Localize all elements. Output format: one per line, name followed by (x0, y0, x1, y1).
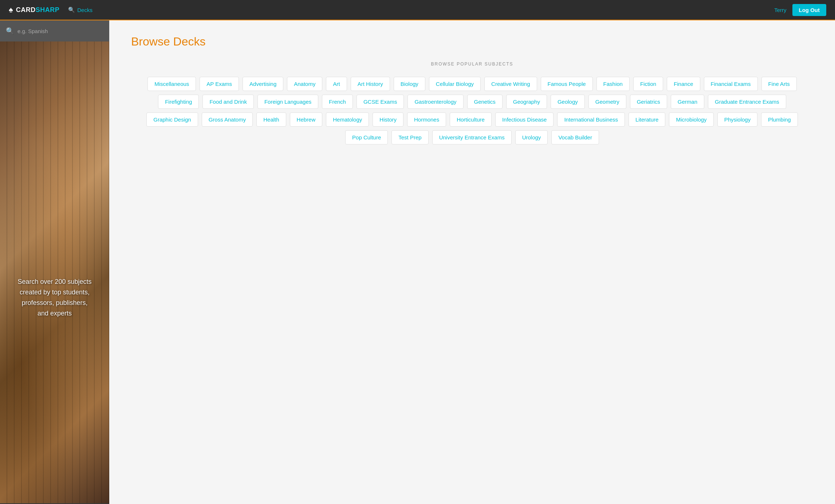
subject-tag[interactable]: Infectious Disease (495, 112, 554, 127)
subject-tag[interactable]: History (373, 112, 403, 127)
subject-tag[interactable]: Graduate Entrance Exams (708, 95, 786, 109)
subject-tag[interactable]: Advertising (243, 77, 283, 91)
subject-tag[interactable]: Gross Anatomy (202, 112, 253, 127)
subject-tag[interactable]: Finance (667, 77, 700, 91)
search-input[interactable] (17, 28, 103, 34)
subject-tag[interactable]: Vocab Builder (551, 130, 599, 144)
subject-tag[interactable]: Geriatrics (630, 95, 667, 109)
subject-tag[interactable]: Graphic Design (146, 112, 198, 127)
subject-tag[interactable]: Genetics (467, 95, 503, 109)
subject-tag[interactable]: Famous People (541, 77, 593, 91)
nav-decks-label: Decks (77, 7, 92, 13)
subject-tag[interactable]: Anatomy (287, 77, 322, 91)
sidebar-overlay-text: Search over 200 subjectscreated by top s… (0, 277, 109, 318)
content-area: Browse Decks BROWSE POPULAR SUBJECTS Mis… (109, 20, 835, 504)
subject-tag[interactable]: Test Prep (391, 130, 428, 144)
subject-tag[interactable]: Gastroenterology (407, 95, 463, 109)
subject-tag[interactable]: Fiction (633, 77, 663, 91)
spade-icon: ♠ (9, 5, 13, 15)
subject-tag[interactable]: Hebrew (290, 112, 323, 127)
subject-tag[interactable]: Geology (551, 95, 585, 109)
search-icon: 🔍 (6, 27, 14, 35)
header: ♠ CARDSHARP 🔍 Decks Terry Log Out (0, 0, 835, 20)
main-layout: 🔍 Search over 200 subjectscreated by top… (0, 20, 835, 504)
subject-tag[interactable]: Art History (351, 77, 390, 91)
subject-tag[interactable]: University Entrance Exams (432, 130, 512, 144)
subject-tag[interactable]: Biology (394, 77, 425, 91)
logo: ♠ CARDSHARP (9, 5, 59, 15)
subject-tag[interactable]: Microbiology (669, 112, 713, 127)
subject-tag[interactable]: Pop Culture (345, 130, 388, 144)
logo-text: CARDSHARP (16, 6, 60, 14)
subject-tag[interactable]: Horticulture (450, 112, 492, 127)
subject-tag[interactable]: Firefighting (158, 95, 199, 109)
subject-tag[interactable]: Hormones (407, 112, 446, 127)
subject-tag[interactable]: Cellular Biology (429, 77, 481, 91)
subject-tag[interactable]: Health (256, 112, 286, 127)
subject-tag[interactable]: Creative Writing (484, 77, 537, 91)
subject-tag[interactable]: Literature (629, 112, 665, 127)
subject-tag[interactable]: Fashion (596, 77, 630, 91)
subject-tag[interactable]: Miscellaneous (147, 77, 196, 91)
subject-tag[interactable]: Hematology (326, 112, 369, 127)
nav-decks-link[interactable]: 🔍 Decks (68, 7, 92, 13)
subject-tag[interactable]: AP Exams (200, 77, 239, 91)
logout-button[interactable]: Log Out (792, 4, 826, 16)
subject-tag[interactable]: International Business (557, 112, 625, 127)
subject-tag[interactable]: German (671, 95, 704, 109)
subject-tag[interactable]: Urology (515, 130, 548, 144)
logo-sharp: SHARP (36, 6, 60, 13)
subject-tag[interactable]: Plumbing (761, 112, 798, 127)
subject-tag[interactable]: GCSE Exams (357, 95, 404, 109)
page-title: Browse Decks (131, 35, 813, 48)
browse-label: BROWSE POPULAR SUBJECTS (131, 61, 813, 67)
logo-card: CARD (16, 6, 36, 13)
subject-tag[interactable]: Financial Exams (704, 77, 758, 91)
subject-tag[interactable]: French (322, 95, 353, 109)
subjects-container: MiscellaneousAP ExamsAdvertisingAnatomyA… (131, 77, 813, 144)
subject-tag[interactable]: Geometry (588, 95, 626, 109)
subject-tag[interactable]: Fine Arts (761, 77, 797, 91)
subject-tag[interactable]: Geography (506, 95, 547, 109)
user-name[interactable]: Terry (774, 7, 786, 13)
sidebar-image: Search over 200 subjectscreated by top s… (0, 41, 109, 503)
subject-tag[interactable]: Physiology (717, 112, 758, 127)
sidebar: 🔍 Search over 200 subjectscreated by top… (0, 20, 109, 504)
search-panel: 🔍 (0, 20, 109, 41)
subject-tag[interactable]: Art (326, 77, 347, 91)
subject-tag[interactable]: Foreign Languages (257, 95, 318, 109)
subject-tag[interactable]: Food and Drink (202, 95, 254, 109)
search-nav-icon: 🔍 (68, 7, 75, 13)
books-background (0, 41, 109, 503)
